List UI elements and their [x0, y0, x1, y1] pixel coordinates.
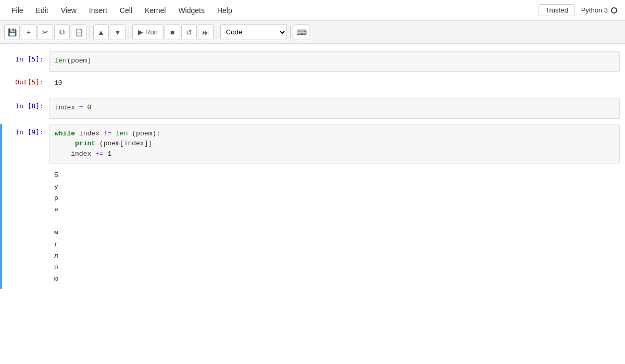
- paste-button[interactable]: 📋: [71, 24, 86, 40]
- fn-len: len: [55, 57, 67, 65]
- separator2: [129, 26, 129, 39]
- move-up-button[interactable]: ▲: [93, 24, 109, 40]
- menu-edit[interactable]: Edit: [30, 4, 55, 17]
- notebook: In [5]: len(poem) Out[5]: 10 In [8]: ind…: [0, 44, 625, 296]
- kernel-name: Python 3: [581, 6, 608, 14]
- copy-icon: ⧉: [59, 28, 65, 36]
- op-neq: !=: [104, 130, 112, 137]
- cell-9-output: Б у р я м г л о ю: [49, 166, 620, 289]
- cell-5-output-row: Out[5]: 10: [7, 74, 620, 93]
- save-button[interactable]: 💾: [4, 24, 20, 40]
- cell-5-input-row: In [5]: len(poem): [7, 51, 620, 72]
- separator4: [290, 26, 291, 39]
- run-play-icon: ▶: [138, 28, 143, 36]
- kw-print: print: [75, 140, 95, 147]
- cell-9-content: In [9]: while index != len (poem): print…: [2, 124, 625, 289]
- separator1: [90, 26, 90, 39]
- cell-5-out-label: Out[5]:: [7, 74, 49, 86]
- paste-icon: 📋: [74, 28, 83, 36]
- menu-file[interactable]: File: [5, 4, 30, 17]
- cell-8-in-label: In [8]:: [7, 98, 49, 110]
- cell-8-input[interactable]: index = 0: [49, 98, 620, 119]
- menu-help[interactable]: Help: [211, 4, 239, 17]
- move-down-button[interactable]: ▼: [110, 24, 126, 40]
- indent2: index: [55, 150, 95, 158]
- menu-insert[interactable]: Insert: [83, 4, 114, 17]
- cell-8-content: In [8]: index = 0: [2, 98, 625, 119]
- op-pluseq: +=: [95, 150, 104, 158]
- scissors-icon: ✂: [42, 28, 48, 36]
- menubar: File Edit View Insert Cell Kernel Widget…: [0, 0, 625, 21]
- cell-5-input[interactable]: len(poem): [49, 51, 620, 72]
- down-arrow-icon: ▼: [114, 28, 121, 36]
- paren1: (poem):: [132, 130, 160, 137]
- plus-icon: +: [27, 28, 31, 36]
- cell-9: In [9]: while index != len (poem): print…: [0, 124, 625, 289]
- keyboard-icon: ⌨: [296, 28, 307, 36]
- menu-cell[interactable]: Cell: [114, 4, 139, 17]
- var-index: index: [55, 104, 75, 111]
- var-poem: poem: [71, 57, 87, 65]
- add-cell-button[interactable]: +: [21, 24, 36, 40]
- cell-5-output: 10: [49, 74, 620, 93]
- trusted-button[interactable]: Trusted: [539, 4, 575, 16]
- run-button[interactable]: ▶ Run: [132, 24, 164, 40]
- eq-op: =: [79, 104, 88, 111]
- cell-type-select[interactable]: Code Markdown Raw NBConvert: [220, 24, 287, 40]
- fastforward-icon: ⏭: [202, 28, 209, 36]
- kernel-status-circle: [611, 7, 617, 14]
- cell-5: In [5]: len(poem) Out[5]: 10: [0, 51, 625, 93]
- menu-view[interactable]: View: [55, 4, 83, 17]
- cell-9-out-spacer: [7, 166, 49, 170]
- print-args: (poem[index]): [99, 140, 152, 147]
- separator3: [217, 26, 217, 39]
- cell-9-output-row: Б у р я м г л о ю: [7, 166, 620, 289]
- restart-button[interactable]: ↺: [181, 24, 197, 40]
- cell-9-input[interactable]: while index != len (poem): print (poem[i…: [49, 124, 620, 164]
- cell-5-in-label: In [5]:: [7, 51, 49, 63]
- copy-button[interactable]: ⧉: [54, 24, 70, 40]
- cell-9-in-label: In [9]:: [7, 124, 49, 136]
- fastforward-button[interactable]: ⏭: [198, 24, 214, 40]
- toolbar: 💾 + ✂ ⧉ 📋 ▲ ▼ ▶ Run ■ ↺ ⏭ Code Markdown …: [0, 21, 625, 44]
- menu-widgets[interactable]: Widgets: [172, 4, 211, 17]
- menu-items: File Edit View Insert Cell Kernel Widget…: [0, 4, 539, 17]
- menu-kernel[interactable]: Kernel: [139, 4, 172, 17]
- paren-close: ): [87, 57, 91, 65]
- kernel-info: Python 3: [581, 6, 617, 14]
- menubar-right: Trusted Python 3: [539, 4, 625, 16]
- cell-9-output-text: Б у р я м г л о ю: [54, 170, 615, 285]
- cell-8: In [8]: index = 0: [0, 98, 625, 119]
- num-one: 1: [107, 150, 111, 158]
- stop-icon: ■: [170, 28, 174, 36]
- kw-while: while: [55, 130, 75, 137]
- space1: index: [79, 130, 104, 137]
- num-zero: 0: [87, 104, 91, 111]
- indent1: [55, 140, 71, 147]
- up-arrow-icon: ▲: [97, 28, 105, 36]
- stop-button[interactable]: ■: [165, 24, 180, 40]
- fn-len2: len: [116, 130, 128, 137]
- save-icon: 💾: [8, 28, 17, 36]
- cell-9-input-row: In [9]: while index != len (poem): print…: [7, 124, 620, 164]
- cell-8-input-row: In [8]: index = 0: [7, 98, 620, 119]
- restart-icon: ↺: [186, 28, 192, 36]
- keyboard-shortcuts-button[interactable]: ⌨: [294, 24, 309, 40]
- run-label: Run: [145, 28, 158, 36]
- cell-5-content: In [5]: len(poem) Out[5]: 10: [2, 51, 625, 93]
- cut-button[interactable]: ✂: [38, 24, 53, 40]
